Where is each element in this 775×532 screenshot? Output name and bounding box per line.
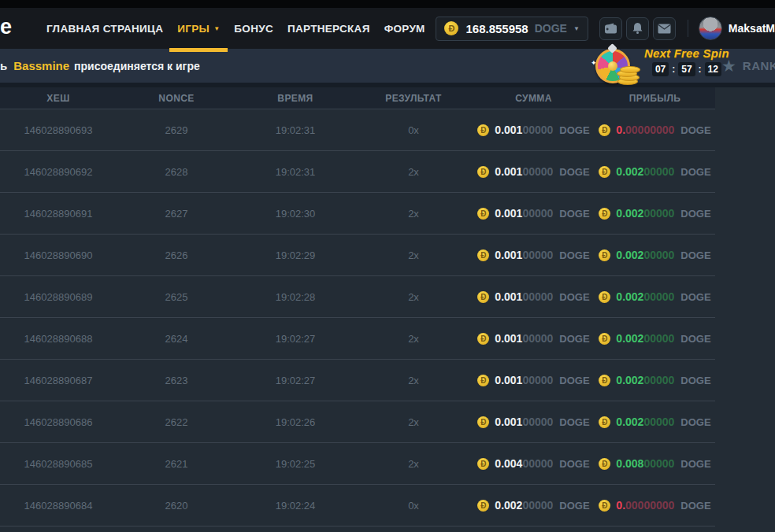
doge-coin-icon: Đ [599, 249, 610, 261]
doge-coin-icon: Đ [599, 500, 610, 512]
bet-result: 2x [354, 208, 473, 220]
table-row: 146028890688 2624 19:02:27 2x Đ 0.001000… [0, 318, 715, 360]
messages-button[interactable] [653, 17, 676, 40]
bet-time: 19:02:25 [236, 458, 354, 470]
bet-hash[interactable]: 146028890693 [0, 124, 117, 136]
currency-label: DOGE [559, 124, 589, 136]
currency-label: DOGE [559, 208, 589, 220]
doge-coin-icon: Đ [477, 333, 489, 345]
bet-time: 19:02:28 [236, 291, 354, 303]
bet-hash[interactable]: 146028890685 [0, 458, 117, 470]
currency-label: DOGE [559, 416, 589, 428]
bet-result: 2x [354, 333, 473, 345]
free-spin-title: Next Free Spin [644, 46, 729, 60]
bet-hash[interactable]: 146028890692 [0, 166, 117, 178]
wallet-button[interactable] [599, 17, 622, 40]
table-row: 146028890690 2626 19:02:29 2x Đ 0.001000… [0, 235, 715, 276]
site-logo[interactable]: e [0, 17, 11, 38]
bet-time: 19:02:27 [236, 375, 354, 386]
user-avatar[interactable] [699, 17, 722, 40]
table-row: 146028890693 2629 19:02:31 0x Đ 0.001000… [0, 109, 715, 151]
timer-colon: : [672, 64, 675, 75]
bet-nonce: 2624 [117, 333, 236, 345]
rank-widget[interactable]: ★ RANK [721, 49, 775, 83]
bet-profit: Đ 0.00200000 DOGE [595, 290, 715, 303]
doge-coin-icon: Đ [477, 500, 489, 512]
bet-profit: Đ 0.00200000 DOGE [595, 165, 715, 178]
balance-selector[interactable]: Đ 168.855958 DOGE ▼ [436, 17, 588, 41]
wallet-icon [604, 23, 617, 35]
bet-amount: Đ 0.00200000 DOGE [473, 499, 595, 512]
doge-coin-icon: Đ [477, 458, 489, 470]
currency-label: DOGE [680, 291, 710, 303]
doge-coin-icon: Đ [477, 124, 489, 136]
bet-hash[interactable]: 146028890684 [0, 500, 117, 512]
username[interactable]: MaksatM [729, 22, 775, 35]
doge-coin-icon: Đ [599, 166, 610, 178]
ticker-player-name[interactable]: Bassmine [13, 59, 69, 72]
table-row: 146028890685 2621 19:02:25 2x Đ 0.004000… [0, 443, 715, 485]
ticker-fragment: ь [0, 59, 7, 72]
table-row: 146028890691 2627 19:02:30 2x Đ 0.001000… [0, 193, 715, 235]
nav-item-affiliate[interactable]: Партнерская [280, 8, 377, 49]
nav-item-games[interactable]: Игры ▼ [170, 8, 227, 49]
table-body: 146028890693 2629 19:02:31 0x Đ 0.001000… [0, 109, 715, 526]
bet-profit: Đ 0.00200000 DOGE [595, 249, 715, 261]
bet-hash[interactable]: 146028890690 [0, 249, 117, 261]
bet-hash[interactable]: 146028890689 [0, 291, 117, 303]
currency-label: DOGE [559, 333, 589, 345]
doge-coin-icon: Đ [477, 416, 489, 428]
ticker-message: присоединяется к игре [74, 60, 200, 72]
live-ticker-bar: ь Bassmine присоединяется к игре ✦ Next … [0, 49, 775, 83]
bet-nonce: 2623 [117, 375, 236, 386]
bet-nonce: 2620 [117, 500, 236, 512]
timer-hours: 07 [652, 62, 669, 76]
currency-label: DOGE [680, 375, 710, 386]
sparkle-icon: ✦ [591, 59, 597, 67]
currency-label: DOGE [559, 375, 589, 386]
nav-item-bonus[interactable]: Бонус [227, 8, 280, 49]
bet-amount: Đ 0.00100000 DOGE [473, 124, 595, 136]
column-header-amount: СУММА [473, 93, 595, 104]
bet-profit: Đ 0.00200000 DOGE [595, 332, 715, 345]
bet-hash[interactable]: 146028890688 [0, 333, 117, 345]
bet-nonce: 2628 [117, 166, 236, 178]
bet-amount: Đ 0.00100000 DOGE [473, 416, 595, 428]
timer-minutes: 57 [678, 62, 695, 76]
bet-time: 19:02:31 [236, 124, 354, 136]
bet-nonce: 2627 [117, 208, 236, 220]
bet-hash[interactable]: 146028890686 [0, 416, 117, 428]
bet-hash[interactable]: 146028890691 [0, 208, 117, 220]
prize-wheel-icon: ✦ [595, 46, 641, 86]
main-header: e Главная страница Игры ▼ Бонус Партнерс… [0, 8, 775, 49]
bet-time: 19:02:26 [236, 416, 354, 428]
notifications-button[interactable] [626, 17, 649, 40]
table-row: 146028890686 2622 19:02:26 2x Đ 0.001000… [0, 401, 715, 443]
header-icon-buttons [595, 17, 676, 40]
table-row: 146028890684 2620 19:02:24 0x Đ 0.002000… [0, 485, 715, 526]
free-spin-timer: 07 : 57 : 12 [652, 62, 721, 76]
currency-label: DOGE [680, 124, 710, 136]
nav-item-forum[interactable]: Форум [377, 8, 432, 49]
nav-item-home[interactable]: Главная страница [39, 8, 170, 49]
bet-amount: Đ 0.00100000 DOGE [473, 207, 595, 220]
bet-profit: Đ 0.00000000 DOGE [595, 124, 715, 136]
bet-amount: Đ 0.00100000 DOGE [473, 332, 595, 345]
bet-hash[interactable]: 146028890687 [0, 375, 117, 386]
bet-time: 19:02:29 [236, 249, 354, 261]
chevron-down-icon: ▼ [573, 25, 580, 32]
header-divider [688, 20, 688, 37]
bet-result: 2x [354, 291, 473, 303]
bet-nonce: 2625 [117, 291, 236, 303]
doge-coin-icon: Đ [477, 375, 489, 386]
column-header-time: ВРЕМЯ [236, 93, 354, 104]
bet-time: 19:02:24 [236, 500, 354, 512]
bet-nonce: 2621 [117, 458, 236, 470]
table-row: 146028890689 2625 19:02:28 2x Đ 0.001000… [0, 276, 715, 318]
free-spin-widget[interactable]: ✦ Next Free Spin 07 : 57 : 12 [595, 46, 729, 86]
doge-coin-icon: Đ [599, 458, 610, 470]
column-header-result: РЕЗУЛЬТАТ [354, 93, 473, 104]
bet-result: 0x [354, 124, 473, 136]
currency-label: DOGE [680, 166, 710, 178]
bet-amount: Đ 0.00400000 DOGE [473, 457, 595, 470]
